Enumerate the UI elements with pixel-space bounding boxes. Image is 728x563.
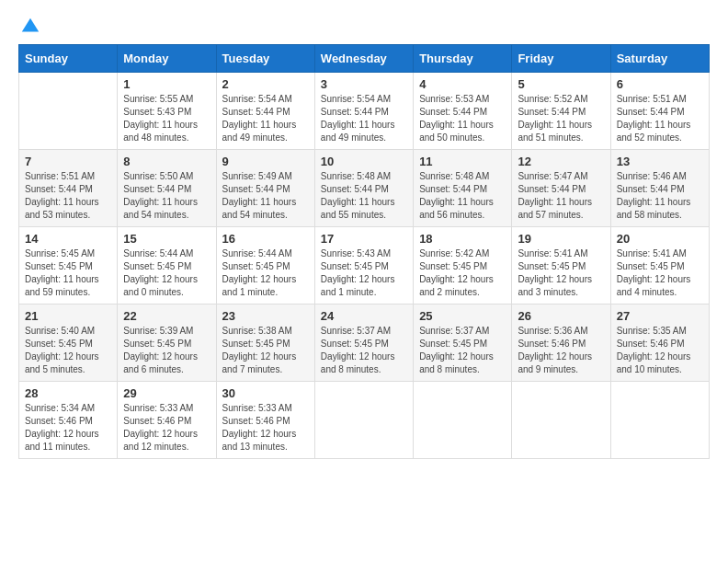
week-row-1: 1Sunrise: 5:55 AMSunset: 5:43 PMDaylight… xyxy=(19,73,710,150)
calendar-cell: 25Sunrise: 5:37 AMSunset: 5:45 PMDayligh… xyxy=(414,304,512,382)
week-row-4: 21Sunrise: 5:40 AMSunset: 5:45 PMDayligh… xyxy=(19,304,710,382)
calendar-cell: 8Sunrise: 5:50 AMSunset: 5:44 PMDaylight… xyxy=(118,150,216,227)
day-detail: Sunrise: 5:54 AMSunset: 5:44 PMDaylight:… xyxy=(222,93,309,144)
weekday-header-row: SundayMondayTuesdayWednesdayThursdayFrid… xyxy=(19,45,710,73)
day-number: 12 xyxy=(518,155,604,168)
calendar-cell xyxy=(512,382,610,459)
day-number: 30 xyxy=(222,386,309,400)
day-number: 2 xyxy=(222,77,309,91)
logo xyxy=(18,18,40,35)
day-detail: Sunrise: 5:43 AMSunset: 5:45 PMDaylight:… xyxy=(321,247,407,299)
day-detail: Sunrise: 5:48 AMSunset: 5:44 PMDaylight:… xyxy=(321,170,407,222)
day-number: 4 xyxy=(419,77,506,91)
day-number: 26 xyxy=(518,309,604,323)
week-row-3: 14Sunrise: 5:45 AMSunset: 5:45 PMDayligh… xyxy=(19,227,710,304)
calendar-cell: 12Sunrise: 5:47 AMSunset: 5:44 PMDayligh… xyxy=(512,150,610,227)
calendar-cell: 4Sunrise: 5:53 AMSunset: 5:44 PMDaylight… xyxy=(414,73,512,150)
calendar-cell: 28Sunrise: 5:34 AMSunset: 5:46 PMDayligh… xyxy=(19,382,118,459)
day-number: 25 xyxy=(419,309,506,323)
calendar-table: SundayMondayTuesdayWednesdayThursdayFrid… xyxy=(18,44,710,459)
weekday-header-monday: Monday xyxy=(118,45,216,73)
day-detail: Sunrise: 5:48 AMSunset: 5:44 PMDaylight:… xyxy=(419,170,506,222)
day-detail: Sunrise: 5:47 AMSunset: 5:44 PMDaylight:… xyxy=(518,170,604,222)
day-detail: Sunrise: 5:40 AMSunset: 5:45 PMDaylight:… xyxy=(25,325,111,376)
calendar-cell: 21Sunrise: 5:40 AMSunset: 5:45 PMDayligh… xyxy=(19,304,118,382)
day-number: 24 xyxy=(321,309,407,323)
day-number: 14 xyxy=(25,232,111,246)
calendar-cell xyxy=(610,382,709,459)
day-number: 1 xyxy=(123,77,210,91)
day-detail: Sunrise: 5:51 AMSunset: 5:44 PMDaylight:… xyxy=(617,93,703,144)
day-number: 22 xyxy=(123,309,210,323)
day-number: 16 xyxy=(222,232,309,246)
calendar-cell xyxy=(19,73,118,150)
calendar-cell: 24Sunrise: 5:37 AMSunset: 5:45 PMDayligh… xyxy=(314,304,413,382)
calendar-cell: 7Sunrise: 5:51 AMSunset: 5:44 PMDaylight… xyxy=(19,150,118,227)
calendar-cell: 2Sunrise: 5:54 AMSunset: 5:44 PMDaylight… xyxy=(216,73,314,150)
day-number: 11 xyxy=(419,155,506,168)
day-detail: Sunrise: 5:46 AMSunset: 5:44 PMDaylight:… xyxy=(617,170,703,222)
day-number: 28 xyxy=(25,386,111,400)
day-detail: Sunrise: 5:41 AMSunset: 5:45 PMDaylight:… xyxy=(617,247,703,299)
day-detail: Sunrise: 5:37 AMSunset: 5:45 PMDaylight:… xyxy=(321,325,407,376)
day-number: 3 xyxy=(321,77,407,91)
day-number: 17 xyxy=(321,232,407,246)
day-number: 10 xyxy=(321,155,407,168)
day-detail: Sunrise: 5:52 AMSunset: 5:44 PMDaylight:… xyxy=(518,93,604,144)
calendar-cell: 29Sunrise: 5:33 AMSunset: 5:46 PMDayligh… xyxy=(118,382,216,459)
weekday-header-wednesday: Wednesday xyxy=(314,45,413,73)
calendar-cell: 15Sunrise: 5:44 AMSunset: 5:45 PMDayligh… xyxy=(118,227,216,304)
day-detail: Sunrise: 5:53 AMSunset: 5:44 PMDaylight:… xyxy=(419,93,506,144)
week-row-2: 7Sunrise: 5:51 AMSunset: 5:44 PMDaylight… xyxy=(19,150,710,227)
calendar-cell: 14Sunrise: 5:45 AMSunset: 5:45 PMDayligh… xyxy=(19,227,118,304)
day-detail: Sunrise: 5:36 AMSunset: 5:46 PMDaylight:… xyxy=(518,325,604,376)
calendar-cell: 27Sunrise: 5:35 AMSunset: 5:46 PMDayligh… xyxy=(610,304,709,382)
day-detail: Sunrise: 5:38 AMSunset: 5:45 PMDaylight:… xyxy=(222,325,309,376)
calendar-cell: 26Sunrise: 5:36 AMSunset: 5:46 PMDayligh… xyxy=(512,304,610,382)
day-number: 19 xyxy=(518,232,604,246)
calendar-cell: 17Sunrise: 5:43 AMSunset: 5:45 PMDayligh… xyxy=(314,227,413,304)
day-detail: Sunrise: 5:33 AMSunset: 5:46 PMDaylight:… xyxy=(222,402,309,454)
day-number: 8 xyxy=(123,155,210,168)
day-number: 9 xyxy=(222,155,309,168)
day-detail: Sunrise: 5:37 AMSunset: 5:45 PMDaylight:… xyxy=(419,325,506,376)
day-detail: Sunrise: 5:41 AMSunset: 5:45 PMDaylight:… xyxy=(518,247,604,299)
calendar-cell: 3Sunrise: 5:54 AMSunset: 5:44 PMDaylight… xyxy=(314,73,413,150)
calendar-cell: 6Sunrise: 5:51 AMSunset: 5:44 PMDaylight… xyxy=(610,73,709,150)
weekday-header-sunday: Sunday xyxy=(19,45,118,73)
calendar-cell xyxy=(314,382,413,459)
day-number: 15 xyxy=(123,232,210,246)
calendar-cell: 22Sunrise: 5:39 AMSunset: 5:45 PMDayligh… xyxy=(118,304,216,382)
day-number: 7 xyxy=(25,155,111,168)
day-detail: Sunrise: 5:33 AMSunset: 5:46 PMDaylight:… xyxy=(123,402,210,454)
day-number: 13 xyxy=(617,155,703,168)
day-detail: Sunrise: 5:42 AMSunset: 5:45 PMDaylight:… xyxy=(419,247,506,299)
header xyxy=(18,18,710,35)
calendar-cell: 10Sunrise: 5:48 AMSunset: 5:44 PMDayligh… xyxy=(314,150,413,227)
calendar-cell: 11Sunrise: 5:48 AMSunset: 5:44 PMDayligh… xyxy=(414,150,512,227)
day-detail: Sunrise: 5:44 AMSunset: 5:45 PMDaylight:… xyxy=(222,247,309,299)
day-detail: Sunrise: 5:34 AMSunset: 5:46 PMDaylight:… xyxy=(25,402,111,454)
day-number: 23 xyxy=(222,309,309,323)
day-number: 18 xyxy=(419,232,506,246)
day-detail: Sunrise: 5:39 AMSunset: 5:45 PMDaylight:… xyxy=(123,325,210,376)
calendar-cell: 18Sunrise: 5:42 AMSunset: 5:45 PMDayligh… xyxy=(414,227,512,304)
logo-icon xyxy=(20,17,40,37)
calendar-cell: 23Sunrise: 5:38 AMSunset: 5:45 PMDayligh… xyxy=(216,304,314,382)
calendar-cell: 13Sunrise: 5:46 AMSunset: 5:44 PMDayligh… xyxy=(610,150,709,227)
day-detail: Sunrise: 5:55 AMSunset: 5:43 PMDaylight:… xyxy=(123,93,210,144)
day-detail: Sunrise: 5:44 AMSunset: 5:45 PMDaylight:… xyxy=(123,247,210,299)
day-number: 21 xyxy=(25,309,111,323)
svg-marker-0 xyxy=(22,18,39,32)
weekday-header-friday: Friday xyxy=(512,45,610,73)
day-detail: Sunrise: 5:49 AMSunset: 5:44 PMDaylight:… xyxy=(222,170,309,222)
weekday-header-tuesday: Tuesday xyxy=(216,45,314,73)
calendar-cell: 20Sunrise: 5:41 AMSunset: 5:45 PMDayligh… xyxy=(610,227,709,304)
day-detail: Sunrise: 5:35 AMSunset: 5:46 PMDaylight:… xyxy=(617,325,703,376)
day-number: 27 xyxy=(617,309,703,323)
calendar-cell: 19Sunrise: 5:41 AMSunset: 5:45 PMDayligh… xyxy=(512,227,610,304)
day-detail: Sunrise: 5:50 AMSunset: 5:44 PMDaylight:… xyxy=(123,170,210,222)
day-number: 6 xyxy=(617,77,703,91)
calendar-cell: 16Sunrise: 5:44 AMSunset: 5:45 PMDayligh… xyxy=(216,227,314,304)
weekday-header-thursday: Thursday xyxy=(414,45,512,73)
